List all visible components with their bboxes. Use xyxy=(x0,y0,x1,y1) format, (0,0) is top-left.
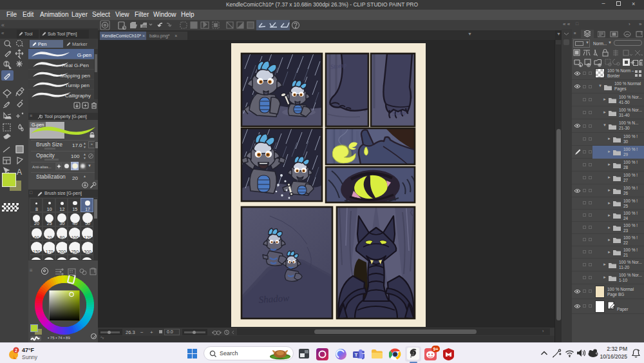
svg-text:Real G-Pen: Real G-Pen xyxy=(62,63,89,68)
svg-text:G-pen: G-pen xyxy=(77,52,91,58)
svg-text:A: A xyxy=(17,168,22,177)
svg-text:T: T xyxy=(355,352,358,358)
svg-text:Shadow: Shadow xyxy=(258,292,290,304)
svg-text:«: « xyxy=(1,22,5,28)
svg-text:2: 2 xyxy=(15,348,17,353)
svg-text:Calligraphy: Calligraphy xyxy=(65,93,91,99)
svg-text:Turnip pen: Turnip pen xyxy=(65,83,90,88)
svg-text:9+: 9+ xyxy=(433,347,439,351)
svg-text:Mapping pen: Mapping pen xyxy=(61,73,90,79)
